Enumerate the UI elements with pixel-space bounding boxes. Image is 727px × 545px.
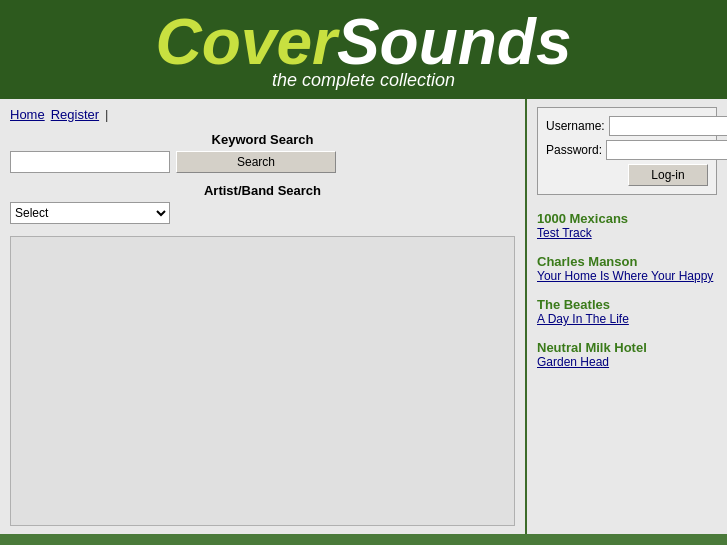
password-label: Password: [546,143,602,157]
search-section: Keyword Search Search Artist/Band Search… [10,132,515,224]
main-container: Home Register | Keyword Search Search Ar… [0,99,727,534]
password-row: Password: [546,140,708,160]
password-input[interactable] [606,140,727,160]
logo-cover-text: Cover [155,6,336,78]
keyword-input[interactable] [10,151,170,173]
featured-section: 1000 MexicansTest TrackCharles MansonYou… [537,211,717,526]
featured-track-2[interactable]: A Day In The Life [537,312,717,326]
featured-item: The BeatlesA Day In The Life [537,297,717,326]
featured-track-3[interactable]: Garden Head [537,355,717,369]
artist-select[interactable]: Select [10,202,170,224]
logo-subtitle: the complete collection [0,70,727,91]
featured-artist-0[interactable]: 1000 Mexicans [537,211,717,226]
search-button[interactable]: Search [176,151,336,173]
featured-artist-3[interactable]: Neutral Milk Hotel [537,340,717,355]
login-button-row: Log-in [546,164,708,186]
username-label: Username: [546,119,605,133]
nav-separator: | [105,107,108,122]
nav-register-link[interactable]: Register [51,107,99,122]
keyword-row: Search [10,151,515,173]
featured-artist-1[interactable]: Charles Manson [537,254,717,269]
featured-item: Charles MansonYour Home Is Where Your Ha… [537,254,717,283]
content-area [10,236,515,526]
login-button[interactable]: Log-in [628,164,708,186]
keyword-search-label: Keyword Search [10,132,515,147]
login-box: Username: Password: Log-in [537,107,717,195]
featured-track-0[interactable]: Test Track [537,226,717,240]
left-panel: Home Register | Keyword Search Search Ar… [0,99,527,534]
artist-band-row: Select [10,202,515,224]
site-logo: CoverSounds [155,10,571,74]
artist-band-search-label: Artist/Band Search [10,183,515,198]
site-header: CoverSounds the complete collection [0,0,727,99]
featured-item: 1000 MexicansTest Track [537,211,717,240]
featured-track-1[interactable]: Your Home Is Where Your Happy [537,269,717,283]
username-row: Username: [546,116,708,136]
right-panel: Username: Password: Log-in 1000 Mexicans… [527,99,727,534]
nav-home-link[interactable]: Home [10,107,45,122]
username-input[interactable] [609,116,727,136]
featured-item: Neutral Milk HotelGarden Head [537,340,717,369]
logo-sounds-text: Sounds [337,6,572,78]
nav-bar: Home Register | [10,107,515,122]
featured-artist-2[interactable]: The Beatles [537,297,717,312]
